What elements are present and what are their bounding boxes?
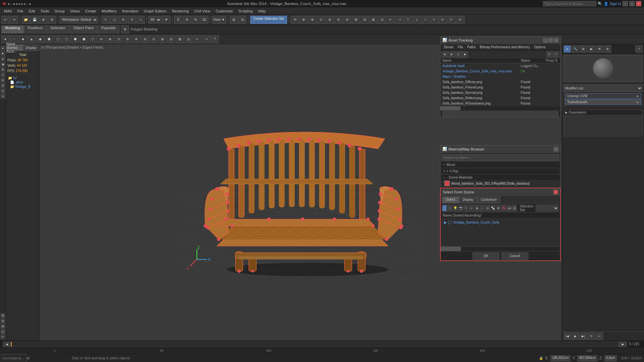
scene-select-close[interactable]: × [553, 190, 558, 194]
tab-display[interactable]: Display [23, 44, 40, 51]
icon-btn-12[interactable]: ⭘ [97, 35, 105, 43]
create-selection-btn[interactable]: Create Selection Set [250, 16, 287, 24]
sidebar-btn-bottom-4[interactable]: ⊡ [1, 329, 5, 334]
icon-btn-22[interactable]: ⊡ [184, 35, 193, 43]
sidebar-btn-5[interactable]: ⊕ [1, 67, 5, 72]
tb-misc-3[interactable]: ⊗ [308, 16, 316, 24]
asset-row-fresnel[interactable]: Sofa_bamboo_Fresnel.png Found [440, 85, 560, 90]
tb-misc-13[interactable]: ⊣ [395, 16, 404, 24]
minimize-button[interactable]: − [623, 1, 628, 6]
tb-snap2[interactable]: S2 [200, 16, 208, 24]
asset-row-max-file[interactable]: Vintage_Bamboo_Couch_Sofa_max_vray.max O… [440, 69, 560, 74]
icon-btn-14[interactable]: ⊙ [115, 35, 123, 43]
icon-btn-20[interactable]: ⊟ [167, 35, 175, 43]
asset-row-diffuse[interactable]: Sofa_bamboo_Diffuse.png Found [440, 79, 560, 85]
ss-cancel-button[interactable]: Cancel [501, 252, 528, 260]
scale-btn[interactable]: ⤡ [137, 16, 145, 24]
anim-play-btn[interactable]: ▶ [572, 333, 579, 340]
percent-snap-btn[interactable]: % [192, 16, 200, 24]
rollout-header[interactable]: ▶ Parameters [564, 110, 642, 115]
search-icon[interactable]: 🔍 [598, 2, 602, 6]
ss-icon-frozen[interactable]: ❄ [496, 205, 501, 212]
tb-misc-17[interactable]: ⊧ [430, 16, 438, 24]
ss-icon-none[interactable]: ○ [480, 205, 485, 212]
asset-row-vault[interactable]: Autodesk Vault Logged Ou... [440, 63, 560, 69]
menu-views[interactable]: Views [67, 8, 83, 14]
tb-filter-btn[interactable]: ▼ [162, 16, 170, 24]
tb-misc-19[interactable]: ⊩ [448, 16, 456, 24]
material-panel-header[interactable]: 📊 Material/Map Browser × [440, 145, 560, 153]
mat-section-vray-header[interactable]: + + V-Ray [442, 169, 559, 174]
menu-rendering[interactable]: Rendering [169, 8, 192, 14]
undo-button[interactable]: ↩ [1, 16, 9, 24]
ss-scrollbar[interactable] [441, 246, 560, 251]
asset-btn-3[interactable]: ⊙ [455, 51, 461, 57]
sidebar-btn-bottom-5[interactable]: ⊢ [1, 335, 5, 339]
menu-scripting[interactable]: Scripting [236, 8, 256, 14]
icon-btn-10[interactable]: ⬣ [80, 35, 88, 43]
snap-btn[interactable]: S [174, 16, 182, 24]
save-button[interactable]: 💾 [31, 16, 39, 24]
asset-panel-minimize[interactable]: _ [543, 38, 548, 43]
ss-ok-button[interactable]: OK [473, 252, 499, 260]
asset-btn-refresh[interactable]: ↻ [546, 51, 552, 57]
mat-section-wood-header[interactable]: − Wood [442, 162, 559, 167]
icon-btn-24[interactable]: ⊣ [202, 35, 210, 43]
material-search-input[interactable] [442, 154, 559, 161]
ss-icon-spacewarp[interactable]: ≈ [469, 205, 474, 212]
select-btn[interactable]: ↖ [102, 16, 110, 24]
select-region-btn[interactable]: ◻ [110, 16, 118, 24]
tb-misc-1[interactable]: ⟲ [291, 16, 299, 24]
ss-tab-display[interactable]: Display [459, 196, 477, 203]
ss-tab-select[interactable]: Select [442, 196, 459, 203]
icon-btn-11[interactable]: ⭔ [89, 35, 97, 43]
sidebar-btn-3[interactable]: ▲ [1, 56, 5, 61]
tab-freeform[interactable]: Freeform [24, 25, 47, 34]
asset-menu-file[interactable]: File [455, 45, 465, 50]
tb-misc-6[interactable]: ⊜ [334, 16, 342, 24]
tb-misc-2[interactable]: ⊕ [300, 16, 308, 24]
menu-file[interactable]: File [15, 8, 26, 14]
ss-icon-shape[interactable]: □ [447, 205, 452, 212]
tab-selection[interactable]: Selection [47, 25, 69, 34]
anim-next-btn[interactable]: ▶| [580, 333, 587, 340]
tb-btn-2[interactable]: ⊗ [48, 16, 56, 24]
sidebar-btn-2[interactable]: ■ [1, 51, 5, 56]
tb-misc-12[interactable]: ⊢ [387, 16, 395, 24]
icon-btn-23[interactable]: ⊢ [193, 35, 201, 43]
asset-btn-1[interactable]: ⊕ [442, 51, 448, 57]
sidebar-btn-4[interactable]: ◆ [1, 62, 5, 66]
icon-btn-13[interactable]: ⊕ [106, 35, 114, 43]
tab-modeling[interactable]: Modeling [1, 25, 24, 34]
search-input[interactable] [543, 1, 596, 6]
asset-scrollbar[interactable] [440, 106, 560, 110]
redo-button[interactable]: ↪ [10, 16, 18, 24]
ss-icon-hidden[interactable]: 🚫 [501, 205, 506, 212]
ss-tab-customize[interactable]: Customize [477, 196, 500, 203]
sign-in-link[interactable]: Sign In [610, 2, 621, 6]
menu-edit[interactable]: Edit [26, 8, 38, 14]
close-button[interactable]: × [636, 1, 641, 6]
open-button[interactable]: 📁 [22, 16, 30, 24]
tb-mirror[interactable]: ⊟ [238, 16, 247, 24]
menu-animation[interactable]: Animation [119, 8, 141, 14]
rotate-btn[interactable]: ↻ [128, 16, 136, 24]
tb-align[interactable]: ⊞ [230, 16, 238, 24]
tb-misc-7[interactable]: ⊝ [343, 16, 351, 24]
ss-icon-geom[interactable]: ◯ [442, 205, 447, 212]
sidebar-btn-10[interactable]: ⊝ [1, 94, 5, 99]
sidebar-btn-bottom-2[interactable]: ⊟ [1, 318, 5, 323]
modifier-list-select[interactable]: Modifier List [564, 84, 643, 92]
icon-btn-18[interactable]: ⊝ [150, 35, 158, 43]
tb-btn-1[interactable]: ⊕ [39, 16, 47, 24]
menu-customize[interactable]: Customize [213, 8, 236, 14]
right-icon-help[interactable]: ? [635, 45, 643, 53]
sidebar-btn-8[interactable]: ⊛ [1, 83, 5, 88]
workspace-select[interactable]: Workspace: Default [60, 16, 98, 23]
icon-btn-6[interactable]: ⬟ [45, 35, 53, 43]
tab-populate[interactable]: Populate [97, 25, 119, 34]
sidebar-btn-6[interactable]: ⊙ [1, 72, 5, 77]
mat-section-scene-header[interactable]: − - Scene Materials [442, 175, 559, 180]
right-icon-create[interactable]: ⊕ [564, 45, 571, 53]
ss-scrollbar-thumb[interactable] [441, 247, 461, 251]
